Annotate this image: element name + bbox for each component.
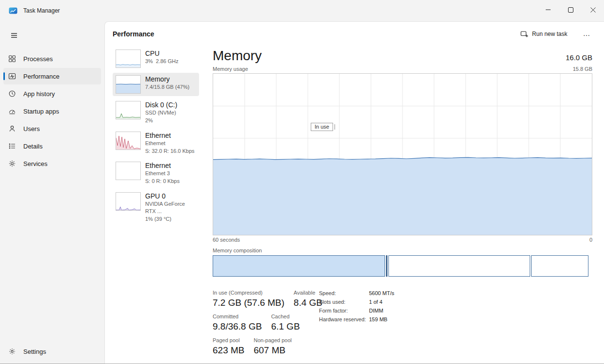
stat-committed: Committed 9.8/36.8 GB — [213, 314, 262, 332]
settings-label: Settings — [23, 348, 46, 355]
ethernet-3-mini-graph — [116, 162, 141, 180]
sidebar-item-processes[interactable]: Processes — [3, 50, 101, 67]
services-icon — [8, 160, 16, 167]
hamburger-icon — [10, 32, 18, 39]
sidebar-item-label: Performance — [23, 73, 59, 80]
perf-item-stat: 3% 2.86 GHz — [145, 58, 178, 65]
users-icon — [8, 125, 16, 132]
settings-gear-icon — [8, 347, 16, 355]
sidebar-item-services[interactable]: Services — [3, 155, 101, 172]
detail-label: Hardware reserved: — [319, 316, 369, 322]
minimize-button[interactable] — [537, 0, 559, 19]
detail-label: Slots used: — [319, 299, 369, 305]
perf-item-name: Ethernet — [145, 132, 195, 139]
run-new-task-icon — [520, 31, 528, 38]
perf-item-stat: S: 32.0 R: 16.0 Kbps — [145, 148, 195, 155]
minimize-icon — [546, 7, 551, 12]
perf-item-cpu[interactable]: CPU 3% 2.86 GHz — [113, 47, 199, 70]
stat-available: Available 8.4 GB — [294, 290, 322, 308]
performance-resource-list: CPU 3% 2.86 GHz Memory 7.4/15.8 GB (47%) — [113, 47, 199, 364]
composition-segment-modified — [386, 255, 387, 277]
sidebar-item-startup-apps[interactable]: Startup apps — [3, 103, 101, 119]
performance-icon — [8, 72, 16, 80]
perf-item-name: Memory — [145, 75, 189, 83]
memory-capacity: 16.0 GB — [566, 53, 592, 62]
memory-usage-label: Memory usage — [213, 66, 248, 72]
memory-usage-graph: In use — [213, 73, 592, 235]
memory-mini-graph — [116, 75, 141, 94]
gpu-mini-graph — [116, 192, 141, 211]
in-use-graph-tag: In use — [311, 123, 333, 131]
memory-detail-panel: Memory 16.0 GB Memory usage 15.8 GB In u… — [213, 47, 592, 364]
composition-segment-in-use — [213, 255, 385, 277]
perf-item-name: Disk 0 (C:) — [145, 101, 177, 109]
perf-item-memory[interactable]: Memory 7.4/15.8 GB (47%) — [113, 73, 199, 96]
close-icon — [590, 7, 596, 13]
composition-segment-free — [531, 255, 588, 277]
stat-paged-pool: Paged pool 623 MB — [213, 337, 244, 356]
x-axis-right-label: 0 — [589, 237, 592, 243]
page-title: Performance — [113, 30, 154, 38]
perf-item-name: CPU — [145, 50, 178, 57]
stat-cached: Cached 6.1 GB — [271, 314, 300, 332]
detail-value: DIMM — [369, 308, 394, 314]
details-icon — [8, 142, 16, 150]
close-button[interactable] — [582, 0, 604, 19]
perf-item-stat: NVIDIA GeForce RTX ... — [145, 200, 196, 215]
titlebar: Task Manager — [0, 0, 604, 21]
memory-hardware-details: Speed: 5600 MT/s Slots used: 1 of 4 Form… — [319, 290, 394, 356]
sidebar-nav: Processes Performance App history — [0, 50, 104, 172]
maximize-button[interactable] — [559, 0, 582, 19]
sidebar-item-label: Services — [23, 160, 48, 167]
detail-value: 1 of 4 — [369, 299, 394, 305]
sidebar-item-label: App history — [23, 90, 55, 98]
detail-value: 5600 MT/s — [369, 290, 394, 296]
stat-non-paged-pool: Non-paged pool 607 MB — [253, 337, 291, 356]
sidebar-item-label: Processes — [23, 55, 53, 63]
app-history-icon — [8, 90, 16, 98]
memory-composition-bar — [213, 255, 592, 277]
navigation-menu-button[interactable] — [5, 27, 23, 44]
detail-label: Speed: — [319, 290, 369, 296]
perf-item-ethernet[interactable]: Ethernet Ethernet S: 32.0 R: 16.0 Kbps — [113, 129, 199, 157]
maximize-icon — [568, 7, 573, 13]
perf-item-stat: 2% — [145, 117, 177, 124]
perf-item-ethernet-3[interactable]: Ethernet Ethernet 3 S: 0 R: 0 Kbps — [113, 159, 199, 187]
sidebar-item-performance[interactable]: Performance — [3, 68, 101, 84]
sidebar-item-settings[interactable]: Settings — [3, 343, 101, 360]
composition-segment-standby — [388, 255, 530, 277]
run-new-task-label: Run new task — [532, 31, 568, 37]
main-panel: Performance Run new task … — [104, 21, 604, 364]
sidebar-item-details[interactable]: Details — [3, 138, 101, 154]
performance-header: Performance Run new task … — [105, 22, 604, 46]
ethernet-mini-graph — [116, 132, 141, 150]
memory-stats: In use (Compressed) 7.2 GB (57.6 MB) Ava… — [213, 290, 592, 356]
cpu-mini-graph — [116, 50, 141, 68]
sidebar-item-label: Users — [23, 125, 40, 132]
task-manager-app-icon — [9, 6, 17, 15]
sidebar-item-label: Details — [23, 143, 43, 150]
disk-mini-graph — [116, 101, 141, 119]
run-new-task-button[interactable]: Run new task — [516, 28, 572, 41]
detail-label: Form factor: — [319, 308, 369, 314]
more-options-button[interactable]: … — [579, 28, 596, 41]
perf-item-name: Ethernet — [145, 162, 180, 169]
perf-item-stat: 1% (39 °C) — [145, 215, 196, 223]
x-axis-left-label: 60 seconds — [213, 237, 240, 243]
perf-item-stat: Ethernet — [145, 140, 195, 147]
processes-icon — [8, 55, 16, 63]
stat-in-use: In use (Compressed) 7.2 GB (57.6 MB) — [213, 290, 285, 308]
perf-item-stat: Ethernet 3 — [145, 170, 180, 177]
perf-item-gpu-0[interactable]: GPU 0 NVIDIA GeForce RTX ... 1% (39 °C) — [113, 190, 199, 225]
perf-item-disk-0[interactable]: Disk 0 (C:) SSD (NVMe) 2% — [113, 99, 199, 127]
startup-apps-icon — [8, 107, 16, 115]
perf-item-name: GPU 0 — [145, 192, 196, 200]
memory-composition-label: Memory composition — [213, 248, 592, 253]
perf-item-stat: S: 0 R: 0 Kbps — [145, 178, 180, 185]
memory-title: Memory — [213, 48, 262, 64]
sidebar-item-app-history[interactable]: App history — [3, 85, 101, 102]
detail-value: 159 MB — [369, 316, 394, 322]
window-title: Task Manager — [23, 7, 60, 14]
sidebar-item-users[interactable]: Users — [3, 120, 101, 137]
sidebar-item-label: Startup apps — [23, 108, 59, 115]
